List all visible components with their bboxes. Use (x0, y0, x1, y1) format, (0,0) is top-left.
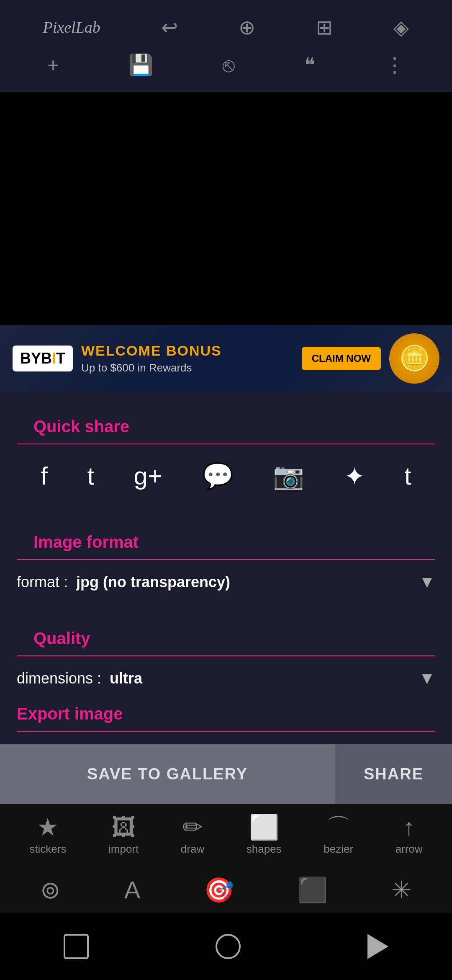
format-value: jpg (no transparency) (76, 573, 410, 591)
bottom-tools-row-2: ⊚ A 🎯 ⬛ ✳ (0, 874, 452, 906)
target-tool[interactable]: 🎯 (204, 878, 234, 902)
text-icon: A (124, 878, 141, 902)
action-buttons: SAVE TO GALLERY SHARE (0, 744, 452, 804)
claim-now-button[interactable]: CLAIM NOW (302, 347, 381, 370)
dimensions-row[interactable]: dimensions : ultra ▼ (0, 656, 452, 700)
quick-share-heading: Quick share (17, 405, 435, 444)
facebook-icon[interactable]: f (41, 462, 48, 490)
dropbox-icon[interactable]: ✦ (344, 462, 365, 491)
undo-icon[interactable]: ↩ (161, 15, 178, 39)
instagram-icon[interactable]: 📷 (273, 461, 304, 491)
bottom-tools-row-1: ★ stickers 🖼 import ✏ draw ⬜ shapes ⌒ be… (0, 811, 452, 860)
share-icon[interactable]: ⎋ (223, 54, 235, 77)
google-plus-icon[interactable]: g+ (134, 462, 162, 490)
top-toolbar: PixelLab ↩ ⊕ ⊞ ◈ + 💾 ⎋ ❝ ⋮ (0, 0, 452, 92)
system-nav-bar (0, 913, 452, 980)
dimensions-value: ultra (110, 670, 410, 687)
nav-recent-button[interactable] (64, 934, 89, 959)
ad-subtitle: Up to $600 in Rewards (81, 361, 293, 374)
twitter-icon[interactable]: t (87, 462, 94, 490)
more-icon[interactable]: ⋮ (385, 53, 405, 77)
text-tool[interactable]: A (124, 878, 141, 902)
import-label: import (108, 843, 139, 856)
draw-tool[interactable]: ✏ draw (181, 815, 204, 856)
ad-banner[interactable]: BYBIT WELCOME BONUS Up to $600 in Reward… (0, 325, 452, 392)
canvas-area (0, 92, 452, 151)
draw-label: draw (181, 843, 204, 856)
bottom-toolbar: ★ stickers 🖼 import ✏ draw ⬜ shapes ⌒ be… (0, 804, 452, 913)
quote-icon[interactable]: ❝ (304, 53, 315, 77)
layers-icon[interactable]: ◈ (393, 15, 409, 39)
save-disk-icon[interactable]: 💾 (128, 53, 154, 77)
blend-tool[interactable]: ⊚ (40, 878, 61, 902)
stickers-label: stickers (29, 843, 66, 856)
bybit-logo: BYBIT (13, 346, 73, 371)
ad-text: WELCOME BONUS Up to $600 in Rewards (81, 343, 293, 374)
toolbar-row-1: PixelLab ↩ ⊕ ⊞ ◈ (0, 15, 452, 39)
share-button[interactable]: SHARE (335, 744, 452, 804)
magic-tool[interactable]: ✳ (391, 878, 412, 902)
dimensions-label: dimensions : (17, 670, 101, 687)
export-image-heading: Export image (17, 704, 435, 732)
bezier-tool[interactable]: ⌒ bezier (324, 815, 353, 856)
ad-coin-icon: 🪙 (389, 333, 439, 384)
add-icon[interactable]: + (47, 54, 59, 77)
nav-home-button[interactable] (216, 934, 241, 959)
dimensions-dropdown-arrow[interactable]: ▼ (419, 669, 435, 688)
quality-heading: Quality (17, 616, 435, 656)
target-icon: 🎯 (204, 878, 234, 902)
ad-title: WELCOME BONUS (81, 343, 293, 359)
stickers-icon: ★ (37, 815, 59, 839)
shapes-tool[interactable]: ⬜ shapes (247, 815, 282, 856)
crop-icon: ⬛ (298, 878, 328, 902)
bezier-icon: ⌒ (326, 815, 351, 839)
draw-icon: ✏ (182, 815, 203, 839)
toolbar-row-2: + 💾 ⎋ ❝ ⋮ (0, 53, 452, 77)
import-tool[interactable]: 🖼 import (108, 815, 139, 856)
shapes-label: shapes (247, 843, 282, 856)
format-label: format : (17, 573, 68, 591)
magic-icon: ✳ (391, 878, 412, 902)
crop-tool[interactable]: ⬛ (298, 878, 328, 902)
shapes-icon: ⬜ (249, 815, 279, 839)
whatsapp-icon[interactable]: 💬 (202, 461, 234, 491)
format-dropdown[interactable]: format : jpg (no transparency) ▼ (0, 560, 452, 604)
arrow-tool[interactable]: ↑ arrow (396, 815, 423, 856)
format-dropdown-arrow[interactable]: ▼ (419, 573, 435, 591)
nav-back-button[interactable] (367, 934, 388, 959)
arrow-label: arrow (396, 843, 423, 856)
zoom-icon[interactable]: ⊕ (239, 15, 255, 39)
bottom-sheet: BYBIT WELCOME BONUS Up to $600 in Reward… (0, 325, 452, 804)
stickers-tool[interactable]: ★ stickers (29, 815, 66, 856)
social-icons-row: f t g+ 💬 📷 ✦ t (0, 444, 452, 508)
bezier-label: bezier (324, 843, 353, 856)
import-icon: 🖼 (111, 815, 136, 839)
arrow-icon: ↑ (403, 815, 415, 839)
grid-icon[interactable]: ⊞ (316, 15, 333, 39)
blend-icon: ⊚ (40, 878, 61, 902)
image-format-heading: Image format (17, 520, 435, 560)
app-logo: PixelLab (43, 18, 100, 36)
tumblr-icon[interactable]: t (404, 462, 411, 490)
save-to-gallery-button[interactable]: SAVE TO GALLERY (0, 744, 335, 804)
